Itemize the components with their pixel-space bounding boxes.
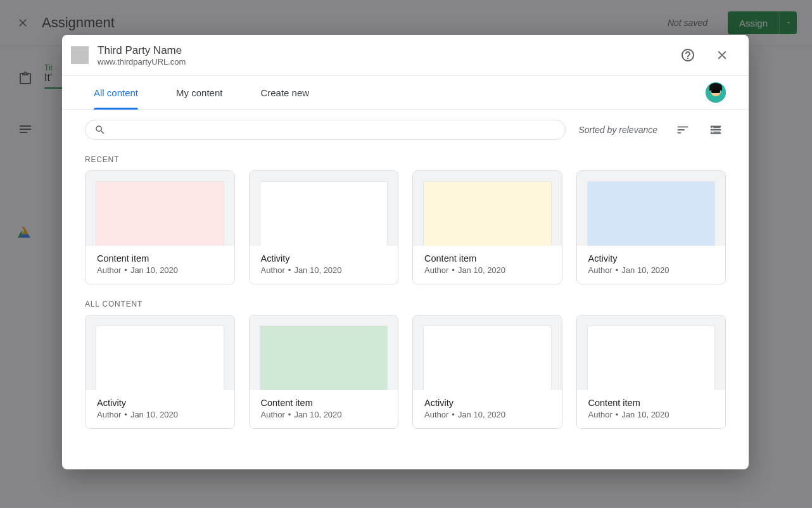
card-thumb-wrap bbox=[250, 315, 398, 390]
card-meta: Author•Jan 10, 2020 bbox=[261, 410, 387, 419]
search-icon bbox=[94, 124, 106, 136]
card-thumbnail bbox=[260, 181, 388, 246]
card-info: Content itemAuthor•Jan 10, 2020 bbox=[413, 246, 562, 284]
content-card[interactable]: Content itemAuthor•Jan 10, 2020 bbox=[576, 315, 726, 429]
help-icon bbox=[680, 48, 695, 63]
card-info: Content itemAuthor•Jan 10, 2020 bbox=[86, 246, 234, 284]
card-info: ActivityAuthor•Jan 10, 2020 bbox=[413, 390, 562, 428]
card-info: ActivityAuthor•Jan 10, 2020 bbox=[577, 246, 726, 284]
card-title: Content item bbox=[588, 398, 714, 408]
modal-body: Sorted by relevance RECENT Content itemA… bbox=[62, 110, 749, 469]
list-view-icon bbox=[709, 123, 723, 137]
sort-label: Sorted by relevance bbox=[578, 125, 660, 135]
card-title: Content item bbox=[97, 253, 223, 264]
content-card[interactable]: ActivityAuthor•Jan 10, 2020 bbox=[576, 170, 726, 284]
card-thumbnail bbox=[96, 181, 224, 246]
card-thumbnail bbox=[587, 181, 716, 246]
card-thumbnail bbox=[96, 326, 224, 390]
third-party-url: www.thirdpartyURL.com bbox=[98, 57, 186, 67]
card-thumbnail bbox=[423, 181, 552, 246]
card-title: Content item bbox=[424, 253, 550, 264]
card-info: Content itemAuthor•Jan 10, 2020 bbox=[250, 390, 398, 428]
card-thumb-wrap bbox=[577, 171, 726, 246]
card-title: Content item bbox=[261, 398, 387, 408]
card-title: Activity bbox=[588, 253, 714, 264]
help-button[interactable] bbox=[675, 42, 701, 68]
card-info: ActivityAuthor•Jan 10, 2020 bbox=[250, 246, 398, 284]
card-thumb-wrap bbox=[86, 171, 234, 246]
modal-tabs: All content My content Create new bbox=[62, 76, 749, 110]
card-meta: Author•Jan 10, 2020 bbox=[97, 410, 223, 419]
close-icon bbox=[715, 48, 729, 62]
modal-header: Third Party Name www.thirdpartyURL.com bbox=[62, 35, 749, 76]
card-meta: Author•Jan 10, 2020 bbox=[424, 410, 550, 419]
third-party-logo bbox=[71, 46, 89, 64]
card-thumbnail bbox=[423, 326, 552, 390]
card-meta: Author•Jan 10, 2020 bbox=[588, 265, 714, 275]
content-card[interactable]: Content itemAuthor•Jan 10, 2020 bbox=[412, 170, 562, 284]
content-card[interactable]: ActivityAuthor•Jan 10, 2020 bbox=[85, 315, 235, 429]
card-title: Activity bbox=[97, 398, 223, 408]
tab-create-new[interactable]: Create new bbox=[260, 76, 309, 109]
recent-grid: Content itemAuthor•Jan 10, 2020ActivityA… bbox=[85, 170, 726, 284]
content-card[interactable]: Content itemAuthor•Jan 10, 2020 bbox=[249, 315, 399, 429]
content-card[interactable]: ActivityAuthor•Jan 10, 2020 bbox=[249, 170, 399, 284]
card-info: Content itemAuthor•Jan 10, 2020 bbox=[577, 390, 726, 428]
content-picker-modal: Third Party Name www.thirdpartyURL.com A… bbox=[62, 35, 749, 469]
card-thumb-wrap bbox=[413, 171, 562, 246]
card-meta: Author•Jan 10, 2020 bbox=[424, 265, 550, 275]
search-box[interactable] bbox=[85, 120, 566, 140]
card-thumb-wrap bbox=[413, 315, 562, 390]
sort-icon bbox=[676, 123, 690, 137]
tab-all-content[interactable]: All content bbox=[94, 76, 138, 109]
content-card[interactable]: Content itemAuthor•Jan 10, 2020 bbox=[85, 170, 235, 284]
tab-my-content[interactable]: My content bbox=[176, 76, 222, 109]
list-view-button[interactable] bbox=[706, 120, 726, 140]
card-thumb-wrap bbox=[250, 171, 398, 246]
card-thumbnail bbox=[587, 326, 716, 390]
avatar[interactable] bbox=[706, 82, 726, 103]
content-card[interactable]: ActivityAuthor•Jan 10, 2020 bbox=[412, 315, 562, 429]
card-info: ActivityAuthor•Jan 10, 2020 bbox=[86, 390, 234, 428]
card-meta: Author•Jan 10, 2020 bbox=[588, 410, 714, 419]
card-meta: Author•Jan 10, 2020 bbox=[261, 265, 387, 275]
section-label-recent: RECENT bbox=[85, 155, 726, 164]
card-thumbnail bbox=[260, 326, 388, 390]
toolbar: Sorted by relevance bbox=[85, 120, 726, 140]
third-party-name: Third Party Name bbox=[98, 44, 186, 57]
section-label-all: ALL CONTENT bbox=[85, 300, 726, 308]
search-input[interactable] bbox=[112, 125, 556, 135]
card-title: Activity bbox=[261, 253, 387, 264]
all-content-grid: ActivityAuthor•Jan 10, 2020Content itemA… bbox=[85, 315, 726, 429]
close-modal-button[interactable] bbox=[709, 42, 735, 68]
card-thumb-wrap bbox=[577, 315, 726, 390]
sort-button[interactable] bbox=[673, 120, 693, 140]
card-meta: Author•Jan 10, 2020 bbox=[97, 265, 223, 275]
card-title: Activity bbox=[424, 398, 550, 408]
card-thumb-wrap bbox=[86, 315, 234, 390]
